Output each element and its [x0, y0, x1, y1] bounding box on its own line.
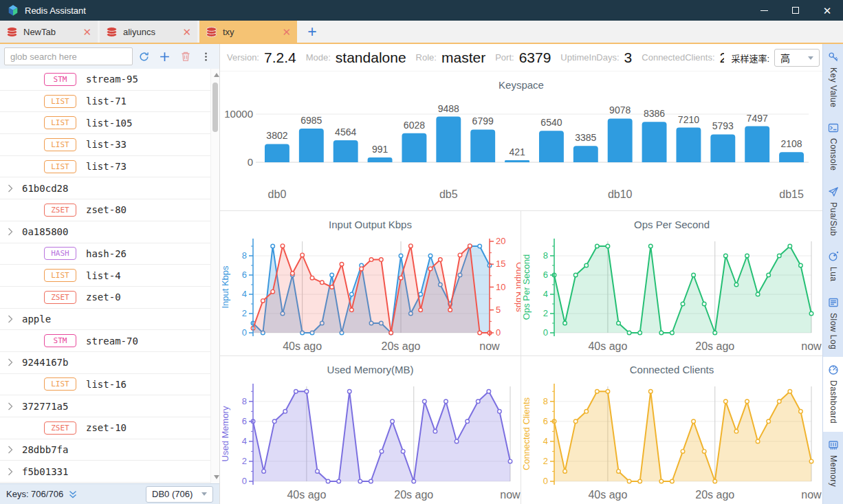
refresh-button[interactable] — [135, 47, 153, 65]
search-input[interactable] — [4, 47, 133, 65]
rail-tab-slow-log[interactable]: Slow Log — [823, 289, 843, 357]
info-label: ConnectedClients: — [642, 52, 714, 63]
info-label: UptimeInDays: — [560, 52, 619, 63]
svg-text:8: 8 — [242, 396, 247, 406]
tab-close-icon[interactable]: ✕ — [182, 27, 191, 37]
key-row[interactable]: LISTlist-105 — [0, 112, 219, 134]
svg-text:Connected Clients: Connected Clients — [521, 397, 532, 470]
key-row[interactable]: LISTlist-71 — [0, 91, 219, 113]
maximize-button[interactable] — [780, 0, 811, 21]
rail-tab-dashboard[interactable]: Dashboard — [823, 357, 843, 431]
tab-close-icon[interactable]: ✕ — [83, 27, 91, 37]
key-row[interactable]: LISTlist-16 — [0, 374, 219, 396]
key-row[interactable]: 9244167b — [0, 352, 219, 374]
key-row[interactable]: f5b01331 — [0, 461, 219, 483]
key-row[interactable]: 372771a5 — [0, 395, 219, 417]
svg-text:2: 2 — [242, 456, 247, 466]
key-row[interactable]: 61b0cd28 — [0, 177, 219, 199]
delete-keys-button[interactable] — [176, 47, 195, 65]
key-row[interactable]: LISTlist-4 — [0, 265, 219, 287]
expand-more-icon[interactable] — [68, 490, 78, 499]
info-label: Mode: — [306, 52, 331, 63]
rail-tab-console[interactable]: Console — [823, 115, 843, 179]
db-select[interactable]: DB0 (706) — [146, 486, 213, 503]
close-button[interactable]: ✕ — [811, 0, 843, 21]
key-row[interactable]: STMstream-95 — [0, 69, 219, 91]
key-row[interactable]: apple — [0, 309, 219, 331]
info-value: 7.2.4 — [264, 50, 296, 66]
svg-text:6: 6 — [543, 416, 548, 426]
minimize-button[interactable] — [748, 0, 780, 21]
key-row[interactable]: ZSETzset-10 — [0, 417, 219, 439]
svg-text:8386: 8386 — [644, 108, 665, 119]
scrollbar-thumb[interactable] — [212, 83, 218, 132]
svg-text:2108: 2108 — [780, 138, 802, 149]
key-row[interactable]: LISTlist-33 — [0, 134, 219, 156]
key-row[interactable]: ZSETzset-0 — [0, 287, 219, 309]
key-icon — [828, 52, 839, 63]
key-row[interactable]: ZSETzset-80 — [0, 199, 219, 221]
tab-txy[interactable]: txy✕ — [199, 21, 297, 43]
key-row[interactable]: STMstream-70 — [0, 330, 219, 352]
key-row[interactable]: 0a185800 — [0, 221, 219, 243]
add-key-button[interactable] — [155, 47, 174, 65]
svg-text:4: 4 — [543, 289, 548, 299]
sample-rate-value: 高 — [780, 51, 790, 65]
keyspace-bar-chart: 1000003802698545649916028948867994216540… — [220, 94, 822, 210]
key-list: STMstream-95LISTlist-71LISTlist-105LISTl… — [0, 69, 219, 483]
tab-close-icon[interactable]: ✕ — [282, 27, 291, 37]
key-name: hash-26 — [86, 248, 127, 259]
svg-text:20s ago: 20s ago — [695, 340, 734, 352]
keyspace-panel: Keyspace 1000003802698545649916028948867… — [220, 72, 822, 210]
io-chart-title: Input Output Kbps — [220, 211, 521, 233]
key-list-scrollbar[interactable] — [210, 69, 219, 483]
key-row[interactable]: LISTlist-73 — [0, 156, 219, 178]
right-rail: Key ValueConsolePua/SubLuaSlow LogDashbo… — [822, 44, 843, 504]
svg-text:20s ago: 20s ago — [695, 489, 734, 501]
key-name: 9244167b — [22, 357, 68, 368]
key-type-badge: STM — [44, 334, 76, 347]
slowlog-icon — [828, 297, 839, 308]
key-name: 372771a5 — [22, 401, 68, 412]
svg-text:0: 0 — [242, 327, 247, 338]
svg-text:10: 10 — [496, 282, 505, 292]
rail-tab-memory[interactable]: Memory — [823, 432, 843, 494]
key-type-badge: ZSET — [44, 421, 76, 435]
svg-text:40s ago: 40s ago — [287, 489, 326, 501]
refresh-icon — [138, 51, 150, 63]
rail-tab-label: Slow Log — [829, 313, 838, 349]
key-row[interactable]: 28dbb7fa — [0, 439, 219, 461]
info-label: Port: — [495, 52, 514, 63]
key-row[interactable]: HASHhash-26 — [0, 243, 219, 265]
key-name: stream-70 — [86, 336, 138, 347]
key-name: list-4 — [86, 270, 121, 281]
close-icon: ✕ — [823, 6, 832, 16]
svg-text:4: 4 — [242, 436, 247, 446]
tab-label: aliyuncs — [123, 27, 155, 37]
sample-rate-control: 采样速率:高 — [724, 44, 820, 72]
add-tab-button[interactable]: + — [299, 21, 325, 43]
tab-NewTab[interactable]: NewTab✕ — [0, 21, 98, 43]
svg-text:db0: db0 — [268, 188, 287, 200]
scroll-up-icon[interactable] — [214, 73, 219, 77]
content-area: STMstream-95LISTlist-71LISTlist-105LISTl… — [0, 44, 843, 504]
rail-tab-label: Memory — [829, 455, 838, 487]
svg-text:2: 2 — [242, 308, 247, 318]
more-menu-button[interactable] — [197, 47, 215, 65]
title-bar: Redis Assistant ✕ — [0, 0, 843, 21]
tab-label: NewTab — [23, 27, 56, 37]
svg-text:now: now — [801, 489, 822, 501]
memory-icon — [828, 439, 839, 450]
scroll-down-icon[interactable] — [214, 475, 219, 479]
rail-tab-pua-sub[interactable]: Pua/Sub — [823, 179, 843, 244]
svg-text:5: 5 — [496, 305, 501, 315]
rail-tab-lua[interactable]: Lua — [823, 243, 843, 289]
rail-tab-label: Dashboard — [829, 380, 838, 424]
tab-aliyuncs[interactable]: aliyuncs✕ — [100, 21, 197, 43]
svg-text:6540: 6540 — [540, 117, 562, 128]
svg-text:db15: db15 — [779, 188, 804, 200]
rail-tab-label: Lua — [829, 267, 838, 282]
tab-bar: NewTab✕aliyuncs✕txy✕ + — [0, 21, 843, 43]
rail-tab-key-value[interactable]: Key Value — [823, 44, 843, 115]
sample-rate-select[interactable]: 高 — [774, 49, 820, 67]
